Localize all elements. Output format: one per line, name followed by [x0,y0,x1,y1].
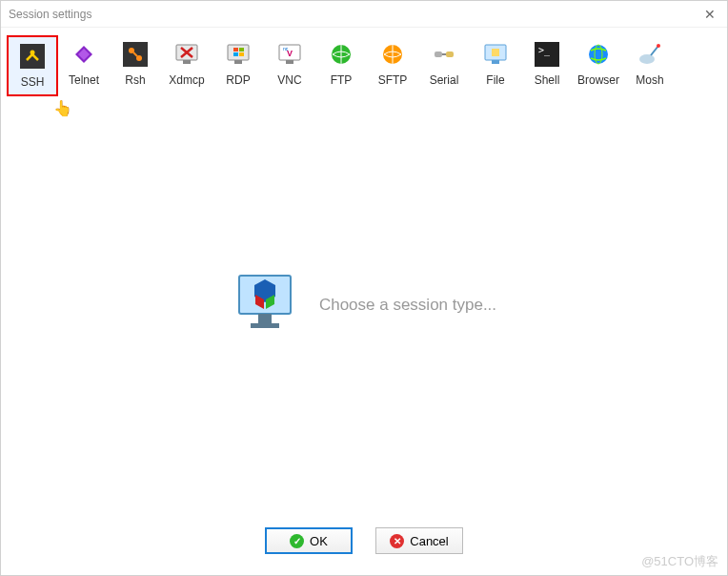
svg-rect-0 [20,44,45,69]
session-type-ssh[interactable]: SSH [7,35,58,96]
window-title: Session settings [9,8,91,21]
ssh-icon [19,43,46,70]
session-type-label: Mosh [636,73,663,87]
session-big-icon [232,270,298,340]
ftp-icon [328,41,354,68]
svg-rect-25 [492,60,499,64]
session-type-vnc[interactable]: Vnc VNC [264,35,315,96]
session-type-sftp[interactable]: SFTP [367,35,418,96]
svg-rect-16 [286,60,293,64]
session-type-telnet[interactable]: Telnet [58,35,110,96]
content-area: Choose a session type... [1,96,727,514]
shell-icon: >_ [534,41,560,68]
hint-text: Choose a session type... [319,296,496,315]
rdp-icon [225,41,252,68]
session-type-label: Rsh [125,73,145,87]
titlebar: Session settings ✕ [1,1,727,28]
session-type-rdp[interactable]: RDP [212,35,264,96]
svg-rect-21 [435,51,442,57]
ok-label: OK [310,534,328,548]
svg-text:nc: nc [283,46,289,51]
vnc-icon: Vnc [276,41,303,68]
session-type-label: SFTP [378,73,408,87]
session-type-label: FTP [331,73,353,87]
svg-rect-22 [446,51,454,57]
session-type-label: Serial [430,73,459,87]
svg-rect-10 [234,60,242,64]
rsh-icon [122,41,149,68]
session-type-shell[interactable]: >_ Shell [521,35,573,96]
svg-point-1 [30,51,35,55]
file-icon [482,41,509,68]
sftp-icon [379,41,406,68]
session-type-label: SSH [21,75,45,89]
svg-rect-13 [233,52,238,56]
svg-rect-36 [251,323,279,328]
browser-icon [585,41,612,68]
session-type-ftp[interactable]: FTP [315,35,367,96]
svg-rect-26 [492,49,499,56]
session-type-label: RDP [226,73,250,87]
session-settings-window: Session settings ✕ SSH Telnet Rsh Xdmcp … [0,0,728,576]
watermark: @51CTO博客 [641,553,718,570]
cancel-label: Cancel [410,534,448,548]
session-type-label: File [486,73,504,87]
cancel-icon: ✕ [390,534,404,548]
close-icon: ✕ [704,7,716,22]
cancel-button[interactable]: ✕ Cancel [375,527,463,554]
session-type-label: Browser [577,73,619,87]
svg-rect-12 [239,48,244,51]
dialog-buttons: ✓ OK ✕ Cancel [1,514,727,575]
close-button[interactable]: ✕ [698,5,721,24]
session-type-label: Shell [535,73,560,87]
svg-text:>_: >_ [538,45,551,56]
serial-icon [431,41,457,68]
session-type-toolbar: SSH Telnet Rsh Xdmcp RDP Vnc VNC FTP SFT [1,28,727,96]
session-type-xdmcp[interactable]: Xdmcp [161,35,212,96]
svg-rect-11 [233,48,238,51]
svg-point-33 [657,44,660,48]
session-type-rsh[interactable]: Rsh [110,35,161,96]
xdmcp-icon [173,41,200,68]
ok-button[interactable]: ✓ OK [265,527,353,554]
mosh-icon [637,41,663,68]
session-type-label: Telnet [69,73,99,87]
svg-point-29 [589,45,608,64]
check-icon: ✓ [290,534,304,548]
session-type-file[interactable]: File [470,35,521,96]
session-type-label: Xdmcp [169,73,204,87]
svg-rect-14 [239,52,244,56]
svg-rect-8 [183,60,191,64]
session-type-mosh[interactable]: Mosh [624,35,676,96]
session-type-browser[interactable]: Browser [573,35,624,96]
session-type-label: VNC [277,73,301,87]
session-type-serial[interactable]: Serial [418,35,470,96]
telnet-icon [71,41,97,68]
svg-point-31 [639,54,655,64]
svg-rect-35 [258,314,272,323]
